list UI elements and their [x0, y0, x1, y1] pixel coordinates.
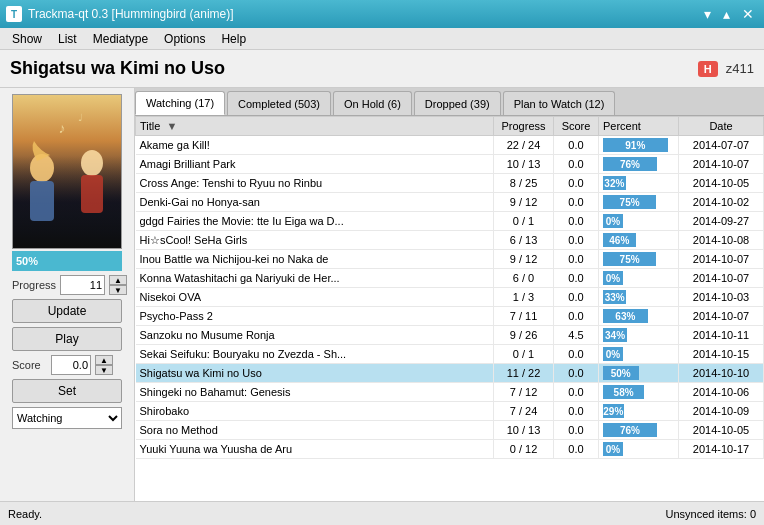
- cell-title: Shigatsu wa Kimi no Uso: [136, 364, 494, 383]
- table-row[interactable]: gdgd Fairies the Movie: tte Iu Eiga wa D…: [136, 212, 764, 231]
- cell-score: 0.0: [554, 307, 599, 326]
- menu-options[interactable]: Options: [156, 30, 213, 48]
- cell-progress: 7 / 11: [494, 307, 554, 326]
- cell-score: 0.0: [554, 231, 599, 250]
- cell-percent: 0%: [599, 440, 679, 459]
- maximize-button[interactable]: ▴: [719, 7, 734, 21]
- cell-progress: 8 / 25: [494, 174, 554, 193]
- title-bar-controls: ▾ ▴ ✕: [700, 7, 758, 21]
- cell-title: Konna Watashitachi ga Nariyuki de Her...: [136, 269, 494, 288]
- progress-increment-btn[interactable]: ▲: [109, 275, 127, 285]
- table-row[interactable]: Cross Ange: Tenshi to Ryuu no Rinbu8 / 2…: [136, 174, 764, 193]
- progress-decrement-btn[interactable]: ▼: [109, 285, 127, 295]
- table-row[interactable]: Konna Watashitachi ga Nariyuki de Her...…: [136, 269, 764, 288]
- menu-help[interactable]: Help: [213, 30, 254, 48]
- tab-onhold[interactable]: On Hold (6): [333, 91, 412, 115]
- table-row[interactable]: Hi☆sCool! SeHa Girls6 / 130.046%2014-10-…: [136, 231, 764, 250]
- menu-mediatype[interactable]: Mediatype: [85, 30, 156, 48]
- col-header-date[interactable]: Date: [679, 117, 764, 136]
- col-header-title[interactable]: Title ▼: [136, 117, 494, 136]
- score-input[interactable]: [51, 355, 91, 375]
- cell-date: 2014-10-03: [679, 288, 764, 307]
- table-row[interactable]: Shingeki no Bahamut: Genesis7 / 120.058%…: [136, 383, 764, 402]
- table-row[interactable]: Shirobako7 / 240.029%2014-10-09: [136, 402, 764, 421]
- cell-percent: 50%: [599, 364, 679, 383]
- percent-bar: 58%: [603, 385, 644, 399]
- cell-title: Shirobako: [136, 402, 494, 421]
- window-title: Trackma-qt 0.3 [Hummingbird (anime)]: [28, 7, 234, 21]
- cell-progress: 10 / 13: [494, 155, 554, 174]
- cell-progress: 22 / 24: [494, 136, 554, 155]
- anime-table: Title ▼ Progress Score Percent Date Akam…: [135, 116, 764, 459]
- cover-art: ♪ ♩: [13, 95, 121, 248]
- cell-title: Inou Battle wa Nichijou-kei no Naka de: [136, 250, 494, 269]
- tab-bar: Watching (17) Completed (503) On Hold (6…: [135, 88, 764, 116]
- set-button[interactable]: Set: [12, 379, 122, 403]
- col-header-progress[interactable]: Progress: [494, 117, 554, 136]
- show-title: Shigatsu wa Kimi no Uso: [10, 58, 225, 79]
- table-row[interactable]: Nisekoi OVA1 / 30.033%2014-10-03: [136, 288, 764, 307]
- percent-bar: 0%: [603, 214, 623, 228]
- cell-progress: 6 / 13: [494, 231, 554, 250]
- table-row[interactable]: Denki-Gai no Honya-san9 / 120.075%2014-1…: [136, 193, 764, 212]
- cell-title: Nisekoi OVA: [136, 288, 494, 307]
- table-row[interactable]: Akame ga Kill!22 / 240.091%2014-07-07: [136, 136, 764, 155]
- svg-point-2: [81, 150, 103, 176]
- cell-title: Denki-Gai no Honya-san: [136, 193, 494, 212]
- svg-rect-1: [30, 181, 54, 221]
- cell-date: 2014-10-10: [679, 364, 764, 383]
- cell-title: Yuuki Yuuna wa Yuusha de Aru: [136, 440, 494, 459]
- update-button[interactable]: Update: [12, 299, 122, 323]
- score-label: Score: [12, 359, 47, 371]
- cell-score: 0.0: [554, 212, 599, 231]
- score-increment-btn[interactable]: ▲: [95, 355, 113, 365]
- cell-date: 2014-10-08: [679, 231, 764, 250]
- table-row[interactable]: Amagi Brilliant Park10 / 130.076%2014-10…: [136, 155, 764, 174]
- table-row[interactable]: Psycho-Pass 27 / 110.063%2014-10-07: [136, 307, 764, 326]
- tab-dropped[interactable]: Dropped (39): [414, 91, 501, 115]
- table-row[interactable]: Inou Battle wa Nichijou-kei no Naka de9 …: [136, 250, 764, 269]
- title-bar: T Trackma-qt 0.3 [Hummingbird (anime)] ▾…: [0, 0, 764, 28]
- col-header-score[interactable]: Score: [554, 117, 599, 136]
- minimize-button[interactable]: ▾: [700, 7, 715, 21]
- app-icon: T: [6, 6, 22, 22]
- cell-score: 0.0: [554, 250, 599, 269]
- table-row[interactable]: Sekai Seifuku: Bouryaku no Zvezda - Sh..…: [136, 345, 764, 364]
- cell-title: Akame ga Kill!: [136, 136, 494, 155]
- score-decrement-btn[interactable]: ▼: [95, 365, 113, 375]
- svg-text:♩: ♩: [78, 112, 83, 123]
- status-bar: Ready. Unsynced items: 0: [0, 501, 764, 525]
- title-bar-left: T Trackma-qt 0.3 [Hummingbird (anime)]: [6, 6, 234, 22]
- cell-score: 0.0: [554, 383, 599, 402]
- table-row[interactable]: Yuuki Yuuna wa Yuusha de Aru0 / 120.00%2…: [136, 440, 764, 459]
- tab-completed[interactable]: Completed (503): [227, 91, 331, 115]
- cell-title: Cross Ange: Tenshi to Ryuu no Rinbu: [136, 174, 494, 193]
- play-button[interactable]: Play: [12, 327, 122, 351]
- cell-percent: 91%: [599, 136, 679, 155]
- progress-input[interactable]: [60, 275, 105, 295]
- right-panel: Watching (17) Completed (503) On Hold (6…: [135, 88, 764, 501]
- cell-percent: 63%: [599, 307, 679, 326]
- table-row[interactable]: Sanzoku no Musume Ronja9 / 264.534%2014-…: [136, 326, 764, 345]
- col-header-percent[interactable]: Percent: [599, 117, 679, 136]
- close-button[interactable]: ✕: [738, 7, 758, 21]
- left-panel: ♪ ♩ 50% Progress ▲ ▼ Update Play Score: [0, 88, 135, 501]
- menu-list[interactable]: List: [50, 30, 85, 48]
- cell-percent: 75%: [599, 250, 679, 269]
- tab-watching[interactable]: Watching (17): [135, 91, 225, 115]
- cell-percent: 46%: [599, 231, 679, 250]
- table-row[interactable]: Shigatsu wa Kimi no Uso11 / 220.050%2014…: [136, 364, 764, 383]
- menu-show[interactable]: Show: [4, 30, 50, 48]
- cell-percent: 0%: [599, 269, 679, 288]
- progress-control-row: Progress ▲ ▼: [12, 275, 122, 295]
- cell-progress: 9 / 12: [494, 193, 554, 212]
- cell-date: 2014-10-05: [679, 174, 764, 193]
- cell-score: 4.5: [554, 326, 599, 345]
- progress-bar-container: 50%: [12, 251, 122, 271]
- table-row[interactable]: Sora no Method10 / 130.076%2014-10-05: [136, 421, 764, 440]
- status-select[interactable]: Watching Completed On Hold Dropped Plan …: [12, 407, 122, 429]
- cell-percent: 76%: [599, 421, 679, 440]
- score-control-row: Score ▲ ▼: [12, 355, 122, 375]
- tab-plantowatch[interactable]: Plan to Watch (12): [503, 91, 616, 115]
- cell-title: Sekai Seifuku: Bouryaku no Zvezda - Sh..…: [136, 345, 494, 364]
